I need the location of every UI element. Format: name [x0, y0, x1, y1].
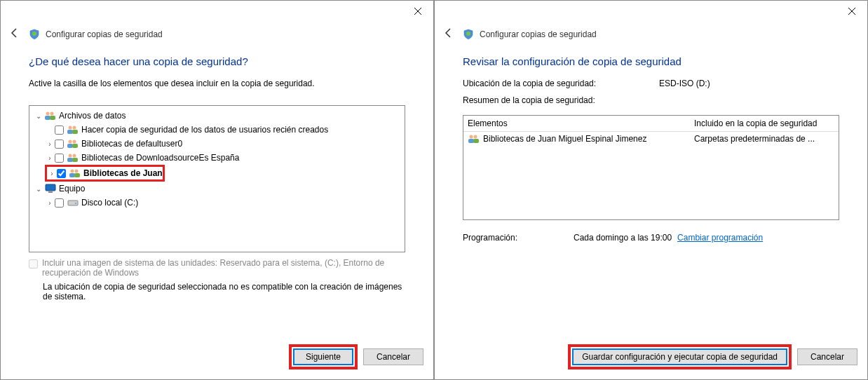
tree-label: Hacer copia de seguridad de los datos de…	[80, 125, 328, 135]
svg-point-31	[474, 135, 477, 139]
cancel-button[interactable]: Cancelar	[797, 348, 857, 365]
tree-label: Equipo	[57, 184, 85, 194]
back-arrow-icon[interactable]	[443, 27, 457, 41]
system-image-checkbox-row: Incluir una imagen de sistema de las uni…	[29, 258, 405, 278]
next-button[interactable]: Siguiente	[293, 348, 353, 365]
svg-point-26	[75, 203, 76, 204]
header-title: Configurar copias de seguridad	[46, 29, 163, 39]
button-row: Siguiente Cancelar	[1, 337, 433, 379]
page-title: Revisar la configuración de copia de seg…	[463, 55, 839, 67]
backup-select-dialog: Configurar copias de seguridad ¿De qué d…	[0, 0, 434, 380]
change-schedule-link[interactable]: Cambiar programación	[677, 233, 763, 243]
shield-icon	[463, 29, 474, 40]
expand-icon[interactable]: ›	[47, 170, 57, 177]
close-button[interactable]	[402, 1, 433, 22]
checkbox[interactable]	[55, 125, 64, 135]
header-title: Configurar copias de seguridad	[480, 29, 597, 39]
svg-rect-24	[48, 191, 53, 193]
titlebar	[435, 1, 867, 22]
cancel-button[interactable]: Cancelar	[363, 348, 423, 365]
users-icon	[68, 168, 82, 178]
expand-icon[interactable]: ›	[45, 154, 55, 162]
items-tree[interactable]: ⌄ Archivos de datos Hacer copia de segur…	[29, 105, 405, 252]
tree-label: Archivos de datos	[57, 111, 126, 121]
svg-point-4	[50, 112, 54, 116]
highlighted-next-button: Siguiente	[289, 344, 358, 369]
svg-rect-10	[72, 130, 78, 134]
location-label: Ubicación de la copia de seguridad:	[463, 79, 659, 88]
schedule-row: Programación: Cada domingo a las 19:00 C…	[463, 233, 839, 243]
save-and-run-button[interactable]: Guardar configuración y ejecutar copia d…	[572, 348, 787, 365]
users-icon	[66, 153, 80, 163]
col-elements: Elementos	[468, 118, 694, 128]
list-item[interactable]: Bibliotecas de Juan Miguel Espinal Jimen…	[463, 132, 839, 146]
tree-label: Bibliotecas de defaultuser0	[80, 139, 182, 149]
expand-icon[interactable]: ›	[45, 199, 55, 207]
checkbox[interactable]	[55, 154, 64, 163]
tree-node-disk-c[interactable]: › Disco local (C:)	[31, 196, 403, 210]
tree-node-equipo[interactable]: ⌄ Equipo	[31, 182, 403, 196]
tree-node-juan[interactable]: › Bibliotecas de Juan	[47, 166, 163, 180]
highlighted-save-button: Guardar configuración y ejecutar copia d…	[568, 344, 792, 369]
svg-rect-25	[68, 201, 78, 205]
tree-node-new-users[interactable]: Hacer copia de seguridad de los datos de…	[31, 123, 403, 137]
svg-point-2	[32, 32, 36, 36]
svg-point-29	[466, 32, 470, 36]
dialog-header: Configurar copias de seguridad	[1, 22, 433, 41]
dialog-content: ¿De qué desea hacer una copia de segurid…	[1, 41, 433, 337]
svg-rect-13	[67, 144, 73, 148]
expand-icon[interactable]: ›	[45, 140, 55, 148]
collapse-icon[interactable]: ⌄	[34, 185, 43, 193]
drive-icon	[66, 198, 80, 207]
list-item-value: Carpetas predeterminadas de ...	[694, 134, 834, 144]
page-title: ¿De qué desea hacer una copia de segurid…	[29, 55, 405, 67]
pc-icon	[43, 184, 57, 194]
shield-icon	[29, 29, 40, 40]
svg-point-11	[69, 140, 72, 144]
svg-point-16	[73, 154, 76, 158]
tree-label: Bibliotecas de Juan	[82, 168, 163, 178]
users-icon	[66, 125, 80, 135]
svg-rect-32	[468, 139, 474, 143]
tree-label: Bibliotecas de DownloadsourceEs España	[80, 153, 239, 163]
titlebar	[1, 1, 433, 22]
svg-rect-18	[72, 158, 78, 162]
back-arrow-icon[interactable]	[9, 27, 23, 41]
dialog-header: Configurar copias de seguridad	[435, 22, 867, 41]
svg-point-7	[69, 126, 72, 130]
tree-node-downloadsource[interactable]: › Bibliotecas de DownloadsourceEs España	[31, 151, 403, 165]
col-included: Incluido en la copia de seguridad	[694, 118, 834, 128]
svg-rect-9	[67, 130, 73, 134]
svg-point-20	[75, 170, 79, 173]
svg-rect-14	[72, 144, 78, 148]
tree-node-defaultuser0[interactable]: › Bibliotecas de defaultuser0	[31, 137, 403, 151]
svg-point-15	[69, 154, 72, 158]
summary-list[interactable]: Elementos Incluido en la copia de seguri…	[463, 115, 839, 220]
close-button[interactable]	[836, 1, 867, 22]
system-image-label: Incluir una imagen de sistema de las uni…	[42, 258, 393, 278]
system-image-checkbox	[29, 259, 38, 269]
checkbox[interactable]	[55, 140, 64, 149]
svg-point-8	[73, 126, 76, 130]
highlighted-item: › Bibliotecas de Juan	[45, 165, 165, 182]
location-value: ESD-ISO (D:)	[659, 79, 710, 88]
svg-rect-33	[473, 139, 479, 143]
tree-label: Disco local (C:)	[80, 198, 138, 208]
svg-point-30	[470, 135, 473, 139]
schedule-value: Cada domingo a las 19:00	[574, 233, 672, 243]
svg-point-19	[71, 170, 74, 173]
dialog-content: Revisar la configuración de copia de seg…	[435, 41, 867, 337]
button-row: Guardar configuración y ejecutar copia d…	[435, 337, 867, 379]
tree-node-archivos[interactable]: ⌄ Archivos de datos	[31, 109, 403, 123]
svg-rect-5	[45, 116, 50, 120]
summary-label-row: Resumen de la copia de seguridad:	[463, 95, 839, 105]
checkbox[interactable]	[55, 198, 64, 208]
list-header: Elementos Incluido en la copia de seguri…	[463, 116, 839, 132]
checkbox[interactable]	[57, 169, 66, 178]
svg-point-12	[73, 140, 76, 144]
collapse-icon[interactable]: ⌄	[34, 112, 43, 120]
svg-rect-21	[69, 173, 75, 177]
instruction-text: Active la casilla de los elementos que d…	[29, 79, 405, 88]
users-icon	[66, 139, 80, 149]
backup-review-dialog: Configurar copias de seguridad Revisar l…	[434, 0, 868, 380]
